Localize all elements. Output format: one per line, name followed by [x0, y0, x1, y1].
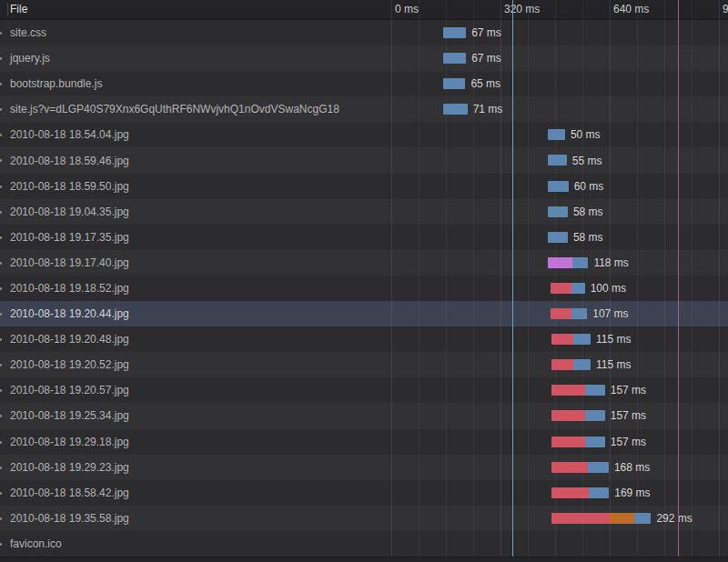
file-icon — [0, 186, 2, 188]
request-row[interactable]: favicon.ico — [0, 531, 728, 557]
file-icon — [0, 338, 2, 341]
waterfall-bar[interactable] — [443, 104, 468, 115]
request-row[interactable]: jquery.js67 ms — [0, 45, 728, 71]
waterfall-bar[interactable] — [551, 487, 609, 498]
file-icon — [0, 134, 2, 136]
file-name: 2010-08-18 18.58.42.jpg — [10, 480, 129, 506]
file-name: 2010-08-18 19.20.52.jpg — [10, 352, 129, 377]
request-row[interactable]: 2010-08-18 19.35.58.jpg292 ms — [0, 506, 728, 531]
waterfall-bar[interactable] — [551, 308, 587, 319]
waterfall-bar[interactable] — [551, 462, 609, 473]
file-icon — [0, 108, 2, 111]
duration-label: 157 ms — [611, 429, 646, 455]
duration-label: 60 ms — [574, 174, 604, 199]
file-icon — [0, 415, 2, 417]
request-row[interactable]: bootstrap.bundle.js65 ms — [0, 71, 728, 96]
waterfall-bar[interactable] — [551, 359, 591, 370]
bar-segment-red — [551, 359, 573, 370]
file-icon — [0, 57, 2, 60]
file-name: 2010-08-18 19.17.40.jpg — [10, 250, 129, 276]
request-row[interactable]: 2010-08-18 19.04.35.jpg58 ms — [0, 199, 728, 225]
waterfall-bar[interactable] — [548, 155, 567, 166]
bar-segment-orange — [610, 513, 634, 524]
file-name: 2010-08-18 19.17.35.jpg — [10, 225, 129, 250]
waterfall-bar[interactable] — [548, 181, 569, 192]
waterfall-bar[interactable] — [548, 232, 568, 243]
waterfall-bar[interactable] — [551, 283, 585, 294]
file-name: 2010-08-18 19.18.52.jpg — [10, 276, 129, 301]
waterfall-bar[interactable] — [443, 53, 466, 64]
request-row[interactable]: 2010-08-18 18.58.42.jpg169 ms — [0, 480, 728, 506]
request-row[interactable]: 2010-08-18 18.59.46.jpg55 ms — [0, 147, 728, 173]
duration-label: 115 ms — [596, 352, 631, 377]
waterfall-bar[interactable] — [551, 513, 652, 524]
request-row[interactable]: site.js?v=dLGP40S79Xnx6GqUthRF6NWvjvhQ1n… — [0, 96, 728, 122]
waterfall-bar[interactable] — [443, 78, 465, 89]
file-icon — [0, 313, 2, 316]
timeline-tick-label: 0 ms — [395, 0, 419, 19]
request-row[interactable]: 2010-08-18 19.29.23.jpg168 ms — [0, 455, 728, 480]
file-name: 2010-08-18 18.54.04.jpg — [10, 122, 129, 147]
duration-label: 67 ms — [471, 20, 501, 45]
timeline-tick-label: 960 ms — [723, 0, 728, 19]
bar-segment-blue — [548, 181, 569, 192]
request-row[interactable]: 2010-08-18 19.17.40.jpg118 ms — [0, 250, 728, 276]
bar-segment-red — [551, 385, 585, 396]
column-splitter[interactable] — [7, 3, 8, 16]
bar-segment-blue — [571, 308, 587, 319]
file-column-header[interactable]: File — [10, 0, 27, 19]
waterfall-bar[interactable] — [548, 257, 588, 268]
waterfall-bar[interactable] — [551, 437, 605, 447]
bar-segment-red — [551, 437, 585, 447]
waterfall-bar[interactable] — [548, 129, 565, 140]
bar-segment-blue — [588, 462, 609, 473]
file-icon — [0, 262, 2, 265]
duration-label: 118 ms — [593, 250, 628, 276]
file-name: site.css — [10, 20, 46, 45]
waterfall-bar[interactable] — [551, 385, 605, 396]
file-icon — [0, 364, 2, 366]
request-row[interactable]: 2010-08-18 19.20.57.jpg157 ms — [0, 377, 728, 403]
waterfall-bar[interactable] — [548, 206, 568, 217]
bar-segment-red — [551, 462, 588, 473]
duration-label: 58 ms — [573, 225, 603, 250]
duration-label: 107 ms — [592, 301, 628, 326]
file-icon — [0, 389, 2, 392]
bar-segment-blue — [585, 437, 605, 447]
file-name: 2010-08-18 19.29.18.jpg — [10, 429, 129, 455]
file-name: 2010-08-18 18.59.46.jpg — [10, 147, 129, 173]
duration-label: 100 ms — [591, 276, 626, 301]
request-row[interactable]: 2010-08-18 19.20.52.jpg115 ms — [0, 352, 728, 377]
request-row[interactable]: 2010-08-18 19.29.18.jpg157 ms — [0, 429, 728, 455]
waterfall-bar[interactable] — [443, 27, 466, 38]
file-icon — [0, 287, 2, 290]
bar-segment-red — [551, 487, 589, 498]
footer-strip — [0, 557, 728, 562]
file-name: bootstrap.bundle.js — [10, 71, 102, 96]
file-icon — [0, 517, 2, 520]
request-row[interactable]: 2010-08-18 19.18.52.jpg100 ms — [0, 276, 728, 301]
duration-label: 58 ms — [573, 199, 603, 225]
request-row[interactable]: 2010-08-18 19.17.35.jpg58 ms — [0, 225, 728, 250]
request-row[interactable]: 2010-08-18 18.54.04.jpg50 ms — [0, 122, 728, 147]
bar-segment-blue — [548, 232, 568, 243]
waterfall-bar[interactable] — [551, 410, 605, 421]
request-row[interactable]: 2010-08-18 18.59.50.jpg60 ms — [0, 174, 728, 199]
request-row[interactable]: 2010-08-18 19.25.34.jpg157 ms — [0, 403, 728, 428]
bar-segment-blue — [589, 487, 610, 498]
waterfall-header: File 0 ms320 ms640 ms960 ms — [0, 0, 728, 20]
file-name: 2010-08-18 19.04.35.jpg — [10, 199, 129, 225]
request-row[interactable]: 2010-08-18 19.20.44.jpg107 ms — [0, 301, 728, 326]
duration-label: 65 ms — [470, 71, 500, 96]
bar-segment-blue — [573, 359, 591, 370]
file-name: 2010-08-18 19.25.34.jpg — [10, 403, 129, 428]
bar-segment-blue — [548, 155, 567, 166]
file-name: 2010-08-18 19.20.57.jpg — [10, 377, 129, 403]
request-row[interactable]: 2010-08-18 19.20.48.jpg115 ms — [0, 326, 728, 352]
file-name: 2010-08-18 19.35.58.jpg — [10, 506, 129, 531]
duration-label: 55 ms — [572, 147, 602, 173]
waterfall-bar[interactable] — [551, 334, 591, 345]
request-row[interactable]: site.css67 ms — [0, 20, 728, 45]
duration-label: 169 ms — [614, 480, 650, 506]
file-icon — [0, 159, 2, 162]
